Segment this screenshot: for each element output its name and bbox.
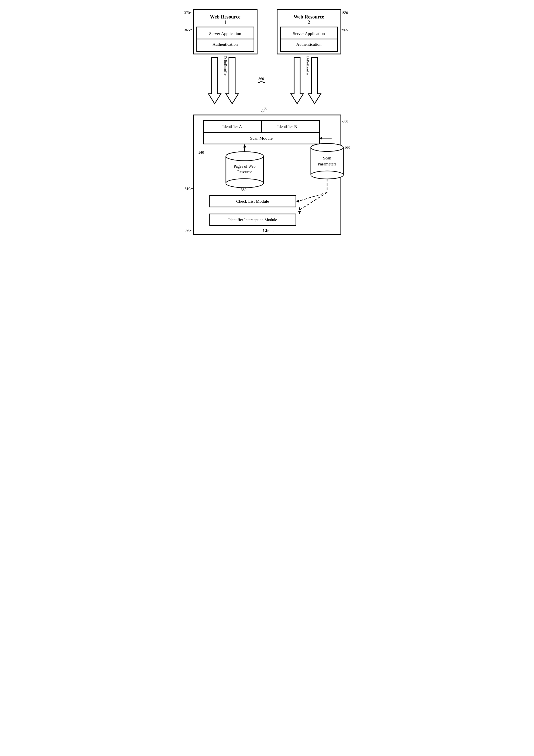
wr2-title: Web Resource (293, 14, 324, 19)
svg-point-66 (311, 144, 343, 151)
ref-370-right: 370 (342, 11, 348, 15)
pages-label-1: Pages of Web (234, 164, 255, 169)
ref-320: 320 (185, 228, 190, 232)
check-list-module: Check List Module (236, 199, 269, 204)
ref-360: 360 (258, 77, 264, 81)
ref-330: 330 (345, 146, 350, 149)
scan-params-1: Scan (323, 156, 331, 160)
ref-370-left: 370 (184, 11, 190, 15)
svg-point-59 (226, 179, 263, 188)
wr2-server-app: Server Application (293, 31, 325, 36)
svg-text:1: 1 (224, 19, 227, 25)
svg-point-65 (311, 171, 343, 179)
scan-module: Scan Module (250, 136, 272, 141)
wr1-server-app: Server Application (209, 31, 241, 36)
ref-365-left: 365 (184, 28, 190, 32)
identifier-a: Identifier A (222, 124, 242, 129)
svg-point-60 (226, 152, 263, 161)
ref-365-right: 365 (342, 28, 348, 32)
wr1-auth: Authentication (212, 42, 238, 47)
diagram-container: Web Resource 1 Server Application Authen… (180, 5, 355, 242)
ref-310: 310 (185, 187, 190, 191)
wr2-auth: Authentication (296, 42, 322, 47)
ref-350: 350 (262, 106, 267, 110)
scan-params-2: Parameters (318, 162, 336, 166)
ref-380: 380 (241, 188, 247, 192)
svg-text:2: 2 (307, 19, 310, 25)
identifier-interception-module: Identifier Interception Module (228, 218, 277, 222)
pages-label-2: Resource (237, 170, 252, 174)
svg-text:Protocol: Protocol (306, 60, 309, 72)
svg-text:Protocol: Protocol (224, 60, 227, 72)
wr1-title: Web Resource (210, 14, 240, 19)
ref-300: 300 (343, 119, 348, 123)
identifier-b: Identifier B (277, 124, 297, 129)
client-label: Client (263, 228, 274, 233)
